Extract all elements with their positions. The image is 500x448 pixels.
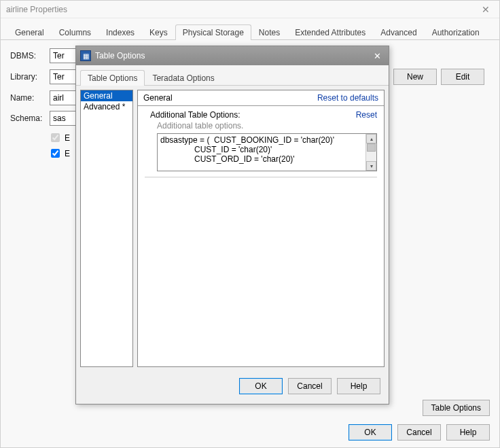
modal-footer: OK Cancel Help [76,371,389,401]
tab-authorization[interactable]: Authorization [425,24,487,40]
modal-tabstrip: Table Options Teradata Options [76,65,389,86]
category-list[interactable]: General Advanced * [80,90,133,367]
modal-tab-teradata-options[interactable]: Teradata Options [145,70,221,86]
textbox-content: dbsastype = ( CUST_BOOKING_ID = 'char(20… [158,134,376,165]
modal-cancel-button[interactable]: Cancel [288,378,332,394]
edit-button[interactable]: Edit [441,69,484,85]
main-tabstrip: General Columns Indexes Keys Physical St… [1,18,499,40]
scroll-up-icon[interactable]: ▴ [366,134,376,143]
list-item-advanced[interactable]: Advanced * [81,101,132,112]
cancel-button[interactable]: Cancel [397,424,441,441]
table-options-button-row: Table Options [423,400,490,416]
label-name: Name: [10,93,46,103]
reset-link[interactable]: Reset [356,110,377,120]
dbms-value: Ter [53,51,65,61]
textbox-scrollbar[interactable]: ▴ ▾ [365,134,376,171]
label-schema: Schema: [10,114,46,123]
additional-options-textbox[interactable]: dbsastype = ( CUST_BOOKING_ID = 'char(20… [157,133,377,171]
help-button[interactable]: Help [446,424,490,441]
label-library: Library: [10,72,46,82]
option-hint: Additional table options. [138,121,384,133]
titlebar: airline Properties ✕ [1,1,499,18]
main-window: airline Properties ✕ General Columns Ind… [0,0,500,448]
new-button[interactable]: New [393,69,437,85]
modal-titlebar: ▦ Table Options ✕ [76,46,389,65]
option-row: Additional Table Options: Reset [138,106,384,121]
tab-indexes[interactable]: Indexes [99,24,142,40]
scroll-thumb[interactable] [367,143,376,152]
modal-help-button[interactable]: Help [337,378,380,394]
modal-close-icon[interactable]: ✕ [370,51,385,61]
tab-columns[interactable]: Columns [52,24,99,40]
modal-ok-button[interactable]: OK [239,378,283,394]
tab-advanced[interactable]: Advanced [373,24,424,40]
section-title: General [143,93,173,103]
modal-tab-table-options[interactable]: Table Options [80,70,145,86]
tab-notes[interactable]: Notes [251,24,287,40]
modal-title: Table Options [95,51,145,61]
list-item-general[interactable]: General [81,90,132,101]
checkbox-1-label: E [65,133,70,143]
modal-body: General Advanced * General Reset to defa… [76,86,389,371]
checkbox-1[interactable] [51,133,60,142]
table-options-dialog: ▦ Table Options ✕ Table Options Teradata… [75,46,389,404]
tab-general[interactable]: General [7,24,52,40]
scroll-down-icon[interactable]: ▾ [366,161,376,171]
divider [145,177,377,177]
tab-keys[interactable]: Keys [142,24,175,40]
tab-extended-attributes[interactable]: Extended Attributes [287,24,373,40]
checkbox-2[interactable] [51,149,60,158]
close-icon[interactable]: ✕ [478,4,494,15]
tab-physical-storage[interactable]: Physical Storage [175,24,251,40]
section-header: General Reset to defaults [138,90,384,106]
reset-defaults-link[interactable]: Reset to defaults [317,93,378,103]
checkbox-2-label: E [65,149,70,158]
label-dbms: DBMS: [10,51,46,61]
settings-panel: General Reset to defaults Additional Tab… [137,90,385,367]
main-footer: OK Cancel Help [349,424,490,441]
window-title: airline Properties [6,5,67,14]
option-label: Additional Table Options: [150,110,240,120]
table-options-button[interactable]: Table Options [423,400,490,416]
library-value: Ter [53,72,65,82]
table-icon: ▦ [80,50,91,61]
ok-button[interactable]: OK [349,424,392,441]
